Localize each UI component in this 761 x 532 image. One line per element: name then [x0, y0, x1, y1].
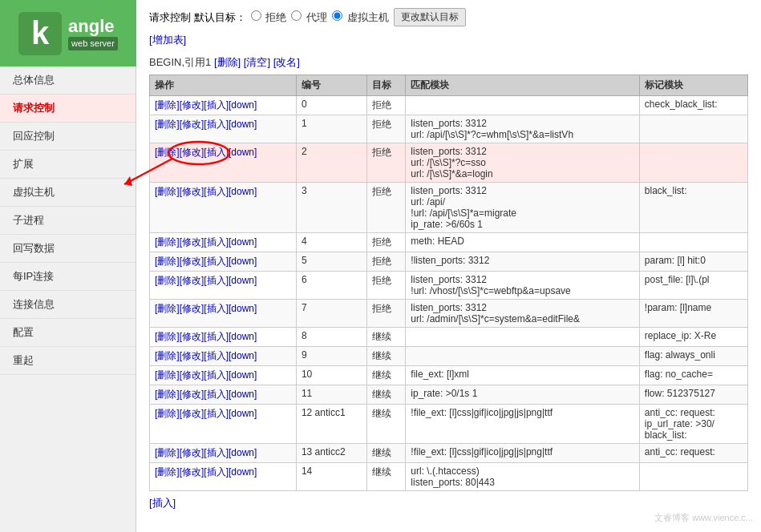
action-插入-link[interactable]: [插入]: [204, 147, 229, 158]
action-修改-link[interactable]: [修改]: [180, 350, 204, 361]
logo-text: angle web server: [68, 16, 118, 51]
table-row: [删除][修改][插入][down]13 anticc2继续!file_ext:…: [150, 444, 748, 463]
action-down-link[interactable]: [down]: [229, 369, 257, 381]
action-删除-link[interactable]: [删除]: [155, 350, 180, 361]
action-删除-link[interactable]: [删除]: [155, 389, 180, 400]
action-插入-link[interactable]: [插入]: [204, 303, 229, 314]
action-删除-link[interactable]: [删除]: [155, 331, 180, 342]
sidebar-item-config[interactable]: 配置: [0, 319, 136, 347]
row-target: 拒绝: [367, 300, 406, 328]
sidebar-item-request-control[interactable]: 请求控制: [0, 95, 136, 123]
action-删除-link[interactable]: [删除]: [155, 466, 180, 478]
action-修改-link[interactable]: [修改]: [180, 369, 204, 381]
action-插入-link[interactable]: [插入]: [204, 447, 229, 458]
action-修改-link[interactable]: [修改]: [180, 256, 204, 267]
action-插入-link[interactable]: [插入]: [204, 350, 229, 361]
row-number: 3: [296, 183, 366, 233]
action-插入-link[interactable]: [插入]: [204, 99, 229, 111]
table-row: [删除][修改][插入][down]14继续url: \.(.htaccess)…: [150, 463, 748, 491]
action-修改-link[interactable]: [修改]: [180, 186, 204, 197]
action-修改-link[interactable]: [修改]: [180, 466, 204, 478]
row-target: 继续: [367, 347, 406, 366]
action-down-link[interactable]: [down]: [229, 236, 257, 248]
action-插入-link[interactable]: [插入]: [204, 119, 229, 130]
action-删除-link[interactable]: [删除]: [155, 275, 180, 286]
action-插入-link[interactable]: [插入]: [204, 408, 229, 419]
action-插入-link[interactable]: [插入]: [204, 466, 229, 478]
action-删除-link[interactable]: [删除]: [155, 119, 180, 130]
action-down-link[interactable]: [down]: [229, 447, 257, 458]
action-down-link[interactable]: [down]: [229, 256, 257, 267]
sidebar-item-rewrite[interactable]: 回写数据: [0, 235, 136, 263]
row-match: [406, 328, 640, 347]
action-修改-link[interactable]: [修改]: [180, 119, 204, 130]
sidebar-item-extensions[interactable]: 扩展: [0, 151, 136, 179]
action-down-link[interactable]: [down]: [229, 147, 257, 158]
action-down-link[interactable]: [down]: [229, 466, 257, 478]
radio-proxy[interactable]: [291, 10, 302, 21]
sidebar-item-per-ip[interactable]: 每IP连接: [0, 263, 136, 291]
row-target: 继续: [367, 366, 406, 385]
action-删除-link[interactable]: [删除]: [155, 408, 180, 419]
section-delete-link[interactable]: [删除]: [214, 56, 241, 68]
row-flag: anti_cc: request: ip_url_rate: >30/ blac…: [639, 405, 747, 444]
sidebar-item-overview[interactable]: 总体信息: [0, 66, 136, 95]
topbar-label: 请求控制 默认目标：: [149, 10, 246, 25]
bottom-insert-link[interactable]: [插入]: [149, 496, 176, 510]
radio-vhost-label: 虚拟主机: [332, 10, 389, 25]
row-actions: [删除][修改][插入][down]: [150, 96, 297, 115]
sidebar-item-virtual-host[interactable]: 虚拟主机: [0, 179, 136, 207]
action-down-link[interactable]: [down]: [229, 99, 257, 111]
action-down-link[interactable]: [down]: [229, 186, 257, 197]
radio-reject[interactable]: [251, 10, 261, 21]
action-down-link[interactable]: [down]: [229, 119, 257, 130]
action-修改-link[interactable]: [修改]: [180, 303, 204, 314]
action-插入-link[interactable]: [插入]: [204, 369, 229, 381]
action-down-link[interactable]: [down]: [229, 350, 257, 361]
action-修改-link[interactable]: [修改]: [180, 408, 204, 419]
action-删除-link[interactable]: [删除]: [155, 369, 180, 381]
row-flag: [639, 463, 747, 491]
change-default-button[interactable]: 更改默认目标: [394, 8, 466, 26]
section-rename-link[interactable]: [改名]: [273, 56, 300, 68]
action-down-link[interactable]: [down]: [229, 408, 257, 419]
action-down-link[interactable]: [down]: [229, 275, 257, 286]
action-修改-link[interactable]: [修改]: [180, 147, 204, 158]
action-插入-link[interactable]: [插入]: [204, 275, 229, 286]
action-插入-link[interactable]: [插入]: [204, 236, 229, 248]
action-down-link[interactable]: [down]: [229, 389, 257, 400]
action-修改-link[interactable]: [修改]: [180, 389, 204, 400]
action-删除-link[interactable]: [删除]: [155, 186, 180, 197]
sidebar-item-response-control[interactable]: 回应控制: [0, 123, 136, 151]
action-删除-link[interactable]: [删除]: [155, 447, 180, 458]
action-插入-link[interactable]: [插入]: [204, 389, 229, 400]
add-table-link[interactable]: [增加表]: [149, 33, 186, 47]
sidebar: k angle web server 总体信息请求控制回应控制扩展虚拟主机子进程…: [0, 0, 136, 532]
action-修改-link[interactable]: [修改]: [180, 236, 204, 248]
action-修改-link[interactable]: [修改]: [180, 99, 204, 111]
row-target: 拒绝: [367, 272, 406, 300]
row-number: 12 anticc1: [296, 405, 366, 444]
action-插入-link[interactable]: [插入]: [204, 186, 229, 197]
action-插入-link[interactable]: [插入]: [204, 331, 229, 342]
sidebar-item-restart[interactable]: 重起: [0, 347, 136, 375]
action-删除-link[interactable]: [删除]: [155, 99, 180, 111]
section-clear-link[interactable]: [清空]: [244, 56, 270, 68]
radio-vhost[interactable]: [332, 10, 342, 21]
action-插入-link[interactable]: [插入]: [204, 256, 229, 267]
action-修改-link[interactable]: [修改]: [180, 331, 204, 342]
table-row: [删除][修改][插入][down]9继续flag: always_onli: [150, 347, 748, 366]
row-actions: [删除][修改][插入][down]: [150, 463, 297, 491]
row-number: 4: [296, 233, 366, 252]
row-match: ip_rate: >0/1s 1: [406, 385, 640, 405]
action-down-link[interactable]: [down]: [229, 303, 257, 314]
sidebar-item-subprocess[interactable]: 子进程: [0, 207, 136, 235]
action-修改-link[interactable]: [修改]: [180, 275, 204, 286]
sidebar-item-connection-info[interactable]: 连接信息: [0, 291, 136, 319]
action-删除-link[interactable]: [删除]: [155, 236, 180, 248]
action-删除-link[interactable]: [删除]: [155, 147, 180, 158]
action-down-link[interactable]: [down]: [229, 331, 257, 342]
action-删除-link[interactable]: [删除]: [155, 303, 180, 314]
action-修改-link[interactable]: [修改]: [180, 447, 204, 458]
action-删除-link[interactable]: [删除]: [155, 256, 180, 267]
